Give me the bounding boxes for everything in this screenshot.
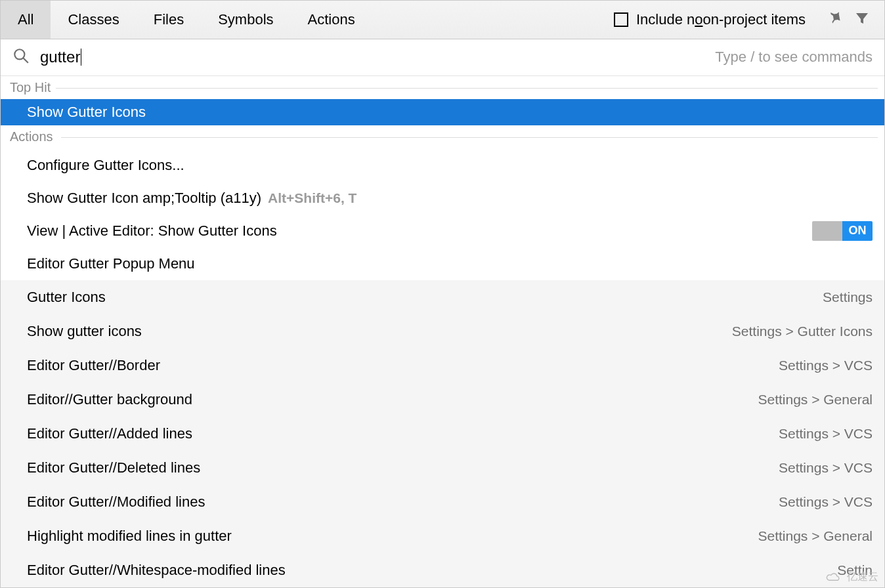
action-editor-gutter-whitespace[interactable]: Editor Gutter//Whitespace-modified lines…	[1, 553, 884, 587]
filter-icon[interactable]	[854, 10, 870, 29]
result-label: Editor Gutter//Whitespace-modified lines	[27, 562, 286, 579]
result-label: Show Gutter Icons	[27, 104, 146, 121]
result-location: Settings > VCS	[779, 358, 873, 373]
search-everywhere-popup: All Classes Files Symbols Actions Includ…	[0, 0, 885, 588]
action-highlight-modified-gutter[interactable]: Highlight modified lines in gutter Setti…	[1, 519, 884, 553]
text-caret	[81, 49, 81, 66]
result-location: Settings > VCS	[779, 494, 873, 510]
action-view-show-gutter-icons[interactable]: View | Active Editor: Show Gutter Icons …	[1, 215, 884, 247]
result-location: Settings	[823, 289, 873, 305]
tabs: All Classes Files Symbols Actions	[1, 1, 372, 39]
result-label: Editor Gutter//Border	[27, 357, 160, 374]
result-label: Editor Gutter//Deleted lines	[27, 459, 200, 476]
result-label: Editor Gutter//Added lines	[27, 425, 192, 442]
action-editor-gutter-added[interactable]: Editor Gutter//Added lines Settings > VC…	[1, 417, 884, 451]
result-top-hit[interactable]: Show Gutter Icons	[1, 99, 884, 125]
search-hint: Type / to see commands	[715, 49, 873, 66]
result-label: Highlight modified lines in gutter	[27, 528, 232, 545]
tab-actions[interactable]: Actions	[291, 1, 372, 39]
result-label: Show gutter icons	[27, 323, 142, 340]
action-editor-gutter-deleted[interactable]: Editor Gutter//Deleted lines Settings > …	[1, 451, 884, 485]
result-label: Editor//Gutter background	[27, 391, 192, 408]
action-editor-gutter-border[interactable]: Editor Gutter//Border Settings > VCS	[1, 348, 884, 383]
checkbox-empty-icon	[614, 12, 628, 27]
action-show-gutter-tooltip[interactable]: Show Gutter Icon amp;Tooltip (a11y) Alt+…	[1, 182, 884, 215]
result-location: Settings > Gutter Icons	[732, 324, 873, 339]
toolbar-icons	[812, 1, 884, 39]
tab-classes[interactable]: Classes	[51, 1, 136, 39]
section-top-hit: Top Hit	[1, 76, 884, 99]
result-location: Settings > VCS	[779, 426, 873, 442]
tab-all[interactable]: All	[1, 1, 51, 39]
cloud-icon	[825, 572, 843, 583]
result-label: Editor Gutter Popup Menu	[27, 255, 195, 272]
watermark: 亿速云	[825, 570, 878, 584]
action-editor-gutter-modified[interactable]: Editor Gutter//Modified lines Settings >…	[1, 485, 884, 519]
result-label: Gutter Icons	[27, 289, 106, 306]
toggle-on[interactable]: ON	[812, 221, 873, 241]
search-input[interactable]: gutter	[40, 48, 704, 66]
tab-bar: All Classes Files Symbols Actions Includ…	[1, 1, 884, 39]
result-label: View | Active Editor: Show Gutter Icons	[27, 222, 277, 240]
result-label: Editor Gutter//Modified lines	[27, 494, 205, 511]
action-gutter-icons-settings[interactable]: Gutter Icons Settings	[1, 280, 884, 314]
result-location: Settings > General	[758, 528, 873, 544]
pin-icon[interactable]	[827, 10, 842, 29]
action-gutter-popup-menu[interactable]: Editor Gutter Popup Menu	[1, 247, 884, 280]
result-location: Settings > General	[758, 392, 873, 408]
settings-results-group: Gutter Icons Settings Show gutter icons …	[1, 280, 884, 587]
section-actions: Actions	[1, 125, 884, 148]
result-label: Show Gutter Icon amp;Tooltip (a11y)	[27, 190, 261, 207]
tab-files[interactable]: Files	[137, 1, 201, 39]
action-configure-gutter-icons[interactable]: Configure Gutter Icons...	[1, 148, 884, 182]
include-nonproject-label: Include noon-project items	[636, 11, 806, 28]
action-show-gutter-icons-setting[interactable]: Show gutter icons Settings > Gutter Icon…	[1, 314, 884, 348]
tab-symbols[interactable]: Symbols	[201, 1, 290, 39]
search-row: gutter Type / to see commands	[1, 39, 884, 77]
result-location: Settings > VCS	[779, 460, 873, 476]
shortcut-label: Alt+Shift+6, T	[268, 190, 356, 206]
result-label: Configure Gutter Icons...	[27, 157, 184, 174]
include-nonproject-checkbox[interactable]: Include noon-project items	[614, 1, 812, 39]
action-editor-gutter-background[interactable]: Editor//Gutter background Settings > Gen…	[1, 383, 884, 417]
svg-line-1	[23, 58, 28, 64]
svg-point-0	[14, 50, 24, 60]
search-icon	[12, 47, 30, 67]
